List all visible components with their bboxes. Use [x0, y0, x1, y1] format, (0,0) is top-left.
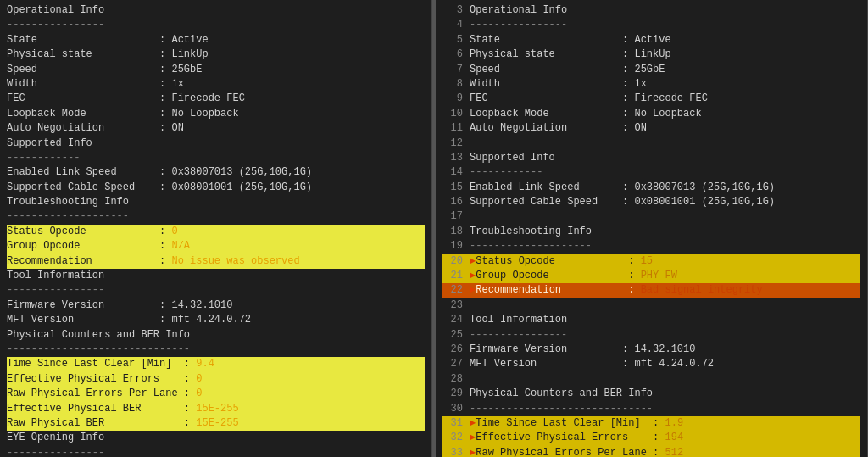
line-number: 32 — [442, 431, 463, 445]
line: 28 — [442, 372, 860, 387]
line: 20▶Status Opcode : 15 — [442, 254, 860, 269]
line-number: 24 — [442, 313, 463, 327]
line: 21▶Group Opcode : PHY FW — [442, 269, 860, 283]
line: Supported Info — [7, 137, 425, 151]
line: 14------------ — [442, 165, 860, 180]
line-number: 17 — [442, 209, 463, 224]
line-number: 18 — [442, 225, 463, 239]
line: 12 — [442, 137, 860, 151]
line: 10Loopback Mode : No Loopback — [442, 107, 860, 121]
line: Recommendation : No issue was observed — [7, 254, 425, 269]
line: State : Active — [7, 33, 425, 47]
line: ------------------------------ — [7, 343, 425, 357]
line: ---------------- — [7, 446, 425, 457]
line-number: 16 — [442, 195, 463, 209]
line: 17 — [442, 209, 860, 224]
line: 29Physical Counters and BER Info — [442, 387, 860, 401]
line: 11Auto Negotiation : ON — [442, 121, 860, 136]
left-pane: Operational Info----------------State : … — [0, 0, 432, 457]
line-number: 14 — [442, 165, 463, 180]
line: Time Since Last Clear [Min] : 9.4 — [7, 357, 425, 371]
line-number: 31 — [442, 416, 463, 431]
line: Group Opcode : N/A — [7, 239, 425, 254]
value: 0 — [171, 226, 177, 237]
line-number: 33 — [442, 446, 463, 457]
line-number: 23 — [442, 298, 463, 313]
line: Firmware Version : 14.32.1010 — [7, 298, 425, 313]
line: 7Speed : 25GbE — [442, 63, 860, 77]
line: Operational Info — [7, 3, 425, 18]
value: 15 — [641, 255, 653, 267]
line-number: 27 — [442, 357, 463, 371]
line: Physical Counters and BER Info — [7, 328, 425, 343]
line-number: 12 — [442, 137, 463, 151]
line-number: 22 — [442, 283, 463, 298]
value: 0 — [196, 387, 202, 399]
warn-icon: ▶ — [470, 432, 476, 443]
value: 15E-255 — [196, 417, 238, 429]
line: Effective Physical BER : 15E-255 — [7, 402, 425, 416]
value: No issue was observed — [171, 255, 299, 267]
line-number: 26 — [442, 343, 463, 357]
line-number: 4 — [442, 18, 463, 32]
line: 6Physical state : LinkUp — [442, 47, 860, 62]
line: 4---------------- — [442, 18, 860, 32]
line-number: 21 — [442, 269, 463, 283]
line-number: 11 — [442, 121, 463, 136]
line: 3Operational Info — [442, 3, 860, 18]
line-number: 6 — [442, 47, 463, 62]
warn-icon: ▶ — [470, 255, 476, 267]
line: Raw Physical BER : 15E-255 — [7, 416, 425, 431]
value: PHY FW — [641, 270, 677, 281]
line: ------------ — [7, 151, 425, 165]
line: Auto Negotiation : ON — [7, 121, 425, 136]
value: 0 — [196, 373, 202, 385]
value: 512 — [665, 447, 683, 457]
line-number: 30 — [442, 402, 463, 416]
line: 23 — [442, 298, 860, 313]
line: Width : 1x — [7, 77, 425, 92]
line: Effective Physical Errors : 0 — [7, 372, 425, 387]
line: Status Opcode : 0 — [7, 225, 425, 239]
line: Troubleshooting Info — [7, 195, 425, 209]
line-number: 15 — [442, 181, 463, 195]
value: Bad signal integrity — [641, 284, 763, 296]
line-number: 28 — [442, 372, 463, 387]
line-number: 7 — [442, 63, 463, 77]
line-number: 8 — [442, 77, 463, 92]
line: 32▶Effective Physical Errors : 194 — [442, 431, 860, 445]
line: 25---------------- — [442, 328, 860, 343]
line-number: 19 — [442, 239, 463, 254]
line-number: 13 — [442, 151, 463, 165]
warn-icon: ▶ — [470, 284, 476, 296]
line: Raw Physical Errors Per Lane : 0 — [7, 387, 425, 401]
line: 15Enabled Link Speed : 0x38007013 (25G,1… — [442, 181, 860, 195]
line: 5State : Active — [442, 33, 860, 47]
value: 9.4 — [196, 358, 214, 370]
line: Speed : 25GbE — [7, 63, 425, 77]
line: 24Tool Information — [442, 313, 860, 327]
line-number: 10 — [442, 107, 463, 121]
line: FEC : Firecode FEC — [7, 92, 425, 106]
line: 13Supported Info — [442, 151, 860, 165]
line: EYE Opening Info — [7, 431, 425, 445]
right-pane: 3Operational Info4----------------5State… — [436, 0, 868, 457]
warn-icon: ▶ — [470, 417, 476, 429]
line: 8Width : 1x — [442, 77, 860, 92]
line-number: 3 — [442, 3, 463, 18]
line-number: 5 — [442, 33, 463, 47]
line-number: 29 — [442, 387, 463, 401]
line: 16Supported Cable Speed : 0x08001001 (25… — [442, 195, 860, 209]
line: 30------------------------------ — [442, 402, 860, 416]
line: MFT Version : mft 4.24.0.72 — [7, 313, 425, 327]
value: 194 — [665, 432, 683, 443]
line: 9FEC : Firecode FEC — [442, 92, 860, 106]
line: ---------------- — [7, 18, 425, 32]
line: 27MFT Version : mft 4.24.0.72 — [442, 357, 860, 371]
value: 15E-255 — [196, 403, 238, 415]
line: Loopback Mode : No Loopback — [7, 107, 425, 121]
line: 22▶Recommendation : Bad signal integrity — [442, 283, 860, 298]
line: 33▶Raw Physical Errors Per Lane : 512 — [442, 446, 860, 457]
line: ---------------- — [7, 283, 425, 298]
line-number: 20 — [442, 254, 463, 269]
